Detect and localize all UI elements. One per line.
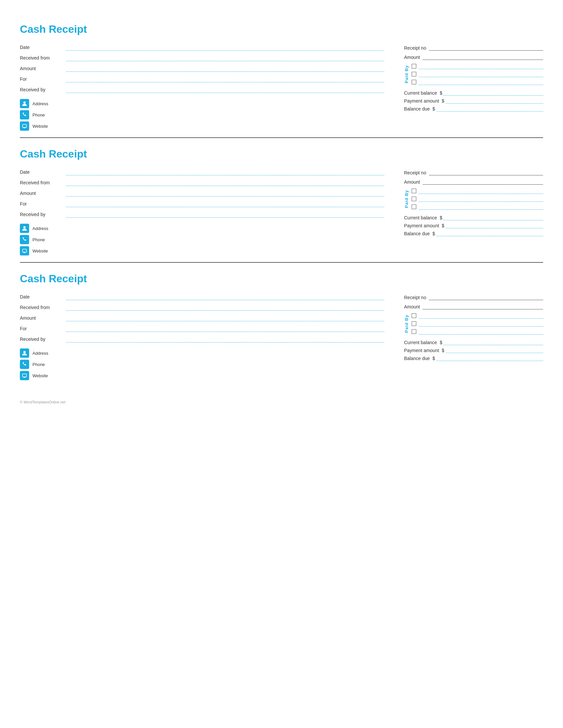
paid-option-line-1[interactable]	[419, 71, 543, 77]
right-amount-label: Amount	[404, 55, 423, 60]
svg-rect-1	[23, 124, 26, 127]
paid-by-options	[412, 313, 543, 335]
dollar-sign-1: $	[442, 223, 446, 228]
field-label-1: Received from	[20, 180, 66, 186]
balance-line-2[interactable]	[437, 355, 543, 361]
receipt-left-2: DateReceived fromAmountForReceived by Ad…	[20, 169, 404, 255]
paid-checkbox-1[interactable]	[412, 321, 416, 326]
field-line-0[interactable]	[66, 169, 384, 175]
paid-checkbox-0[interactable]	[412, 189, 416, 193]
receipt-no-line[interactable]	[429, 45, 543, 51]
receipt-no-line[interactable]	[429, 169, 543, 175]
field-row-2: Amount	[20, 191, 384, 197]
person-icon	[20, 224, 29, 233]
icon-section: Address Phone Website	[20, 348, 384, 380]
balance-line-2[interactable]	[437, 106, 543, 112]
paid-checkbox-2[interactable]	[412, 329, 416, 334]
paid-checkbox-0[interactable]	[412, 64, 416, 68]
field-line-1[interactable]	[66, 305, 384, 311]
icon-label-0: Address	[32, 226, 48, 231]
field-row-2: Amount	[20, 315, 384, 321]
receipt-block-3: Cash ReceiptDateReceived fromAmountForRe…	[20, 263, 543, 387]
field-row-4: Received by	[20, 337, 384, 342]
field-line-1[interactable]	[66, 180, 384, 186]
icon-label-2: Website	[32, 249, 48, 253]
balance-row-0: Current balance$	[404, 214, 543, 220]
field-label-2: Amount	[20, 315, 66, 321]
paid-option-line-2[interactable]	[419, 204, 543, 210]
icon-row-0: Address	[20, 99, 384, 108]
right-amount-label: Amount	[404, 179, 423, 185]
balance-line-1[interactable]	[446, 347, 543, 353]
field-label-1: Received from	[20, 55, 66, 61]
receipt-title-2: Cash Receipt	[20, 148, 543, 160]
paid-option-line-1[interactable]	[419, 196, 543, 202]
balance-row-0: Current balance$	[404, 90, 543, 96]
field-label-3: For	[20, 201, 66, 207]
paid-option-2	[412, 79, 543, 85]
phone-icon	[20, 360, 29, 369]
paid-checkbox-0[interactable]	[412, 313, 416, 318]
field-row-4: Received by	[20, 212, 384, 218]
dollar-sign-1: $	[442, 348, 446, 353]
field-line-2[interactable]	[66, 191, 384, 197]
balance-line-0[interactable]	[444, 214, 543, 220]
right-amount-line[interactable]	[423, 303, 543, 309]
field-line-2[interactable]	[66, 315, 384, 321]
paid-checkbox-1[interactable]	[412, 197, 416, 201]
svg-rect-5	[23, 249, 26, 252]
paid-option-0	[412, 63, 543, 69]
field-line-4[interactable]	[66, 212, 384, 218]
icon-section: Address Phone Website	[20, 224, 384, 255]
footer-text: © WordTemplatesOnline.net	[20, 400, 543, 404]
field-row-0: Date	[20, 45, 384, 51]
svg-rect-6	[23, 252, 26, 253]
balance-line-0[interactable]	[444, 339, 543, 345]
receipt-title-3: Cash Receipt	[20, 273, 543, 285]
icon-label-2: Website	[32, 124, 48, 129]
paid-option-line-2[interactable]	[419, 79, 543, 85]
icon-label-1: Phone	[32, 237, 45, 242]
paid-option-line-0[interactable]	[419, 188, 543, 194]
person-icon	[20, 348, 29, 358]
field-line-3[interactable]	[66, 326, 384, 332]
dollar-sign-2: $	[433, 106, 437, 112]
icon-row-1: Phone	[20, 235, 384, 244]
field-line-0[interactable]	[66, 294, 384, 300]
receipt-right-3: Receipt noAmountPaid ByCurrent balance$P…	[404, 294, 543, 380]
balance-line-1[interactable]	[446, 222, 543, 228]
right-amount-line[interactable]	[423, 54, 543, 60]
paid-option-0	[412, 188, 543, 194]
phone-icon	[20, 235, 29, 244]
svg-point-4	[23, 226, 26, 229]
paid-option-line-1[interactable]	[419, 321, 543, 327]
field-line-4[interactable]	[66, 337, 384, 342]
field-line-3[interactable]	[66, 201, 384, 207]
paid-option-line-0[interactable]	[419, 313, 543, 319]
icon-label-1: Phone	[32, 113, 45, 117]
balance-line-2[interactable]	[437, 230, 543, 236]
paid-checkbox-2[interactable]	[412, 80, 416, 84]
right-amount-line[interactable]	[423, 179, 543, 185]
field-line-2[interactable]	[66, 66, 384, 72]
right-top: Receipt noAmount	[404, 45, 543, 60]
receipt-left-3: DateReceived fromAmountForReceived by Ad…	[20, 294, 404, 380]
paid-option-line-0[interactable]	[419, 63, 543, 69]
balance-row-0: Current balance$	[404, 339, 543, 345]
field-line-0[interactable]	[66, 45, 384, 51]
receipt-no-line[interactable]	[429, 294, 543, 300]
web-icon	[20, 371, 29, 380]
field-line-4[interactable]	[66, 87, 384, 93]
balance-line-1[interactable]	[446, 98, 543, 104]
icon-label-0: Address	[32, 101, 48, 106]
paid-checkbox-2[interactable]	[412, 205, 416, 209]
paid-option-2	[412, 329, 543, 335]
paid-option-line-2[interactable]	[419, 329, 543, 335]
right-amount-row: Amount	[404, 54, 543, 60]
svg-rect-7	[24, 253, 25, 253]
balance-row-2: Balance due$	[404, 230, 543, 236]
balance-line-0[interactable]	[444, 90, 543, 96]
paid-checkbox-1[interactable]	[412, 72, 416, 76]
field-line-3[interactable]	[66, 76, 384, 82]
field-line-1[interactable]	[66, 55, 384, 61]
